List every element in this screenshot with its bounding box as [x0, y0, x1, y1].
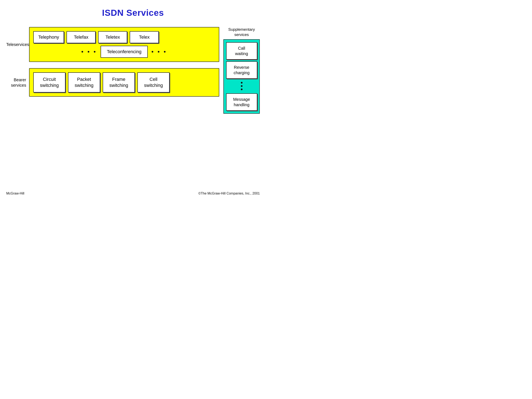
ellipsis-left: • • •	[81, 48, 97, 55]
teleservices-top-row: Telephony Telefax Teletex Telex	[33, 31, 215, 43]
supp-dots	[241, 80, 242, 92]
main-layout: Teleservices Telephony Telefax Teletex T…	[6, 27, 260, 114]
list-item: Messagehandling	[226, 93, 257, 111]
dot-icon	[241, 82, 242, 83]
list-item: Telefax	[66, 31, 95, 43]
teleservices-row: Teleservices Telephony Telefax Teletex T…	[6, 27, 219, 62]
dot-icon	[241, 89, 242, 90]
dot-icon	[241, 85, 242, 87]
bearer-box: Circuitswitching Packetswitching Framesw…	[29, 68, 219, 97]
bearer-label: Bearer services	[6, 77, 29, 88]
footer: McGraw-Hill ©The McGraw-Hill Companies, …	[6, 192, 260, 195]
supplementary-services-column: Supplementary services Callwaiting Rever…	[223, 27, 260, 114]
teleservices-label: Teleservices	[6, 42, 29, 47]
supplementary-green-box: Callwaiting Reversecharging Messagehandl…	[223, 39, 260, 114]
list-item: Teletex	[98, 31, 127, 43]
list-item: Telephony	[33, 31, 64, 43]
list-item: Packetswitching	[68, 72, 100, 93]
list-item: Reversecharging	[226, 61, 257, 79]
list-item: Callwaiting	[226, 42, 257, 60]
bearer-items-row: Circuitswitching Packetswitching Framesw…	[33, 72, 215, 93]
ellipsis-right: • • •	[152, 48, 167, 55]
supplementary-label: Supplementary services	[223, 27, 260, 37]
teleconferencing-item: Teleconferencing	[101, 46, 147, 58]
footer-left: McGraw-Hill	[6, 192, 24, 195]
list-item: Frameswitching	[103, 72, 135, 93]
list-item: Circuitswitching	[33, 72, 65, 93]
list-item: Cellswitching	[137, 72, 170, 93]
teleservices-bottom-row: • • • Teleconferencing • • •	[33, 46, 215, 58]
bearer-services-row: Bearer services Circuitswitching Packets…	[6, 68, 219, 97]
services-column: Teleservices Telephony Telefax Teletex T…	[6, 27, 219, 97]
footer-right: ©The McGraw-Hill Companies, Inc., 2001	[198, 192, 260, 195]
list-item: Telex	[130, 31, 159, 43]
page-title: ISDN Services	[0, 0, 266, 18]
teleservices-box: Telephony Telefax Teletex Telex • • • Te…	[29, 27, 219, 62]
